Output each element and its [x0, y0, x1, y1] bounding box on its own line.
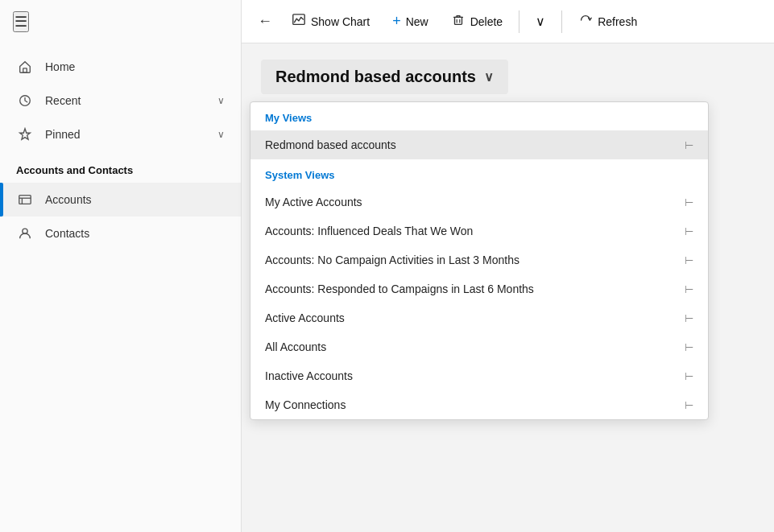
sidebar-item-home[interactable]: Home	[0, 50, 241, 84]
view-selector-caret-icon: ∨	[484, 69, 494, 85]
svg-rect-0	[23, 68, 27, 72]
sidebar-item-accounts-label: Accounts	[45, 193, 225, 206]
pin-icon-5: ⊢	[685, 341, 693, 353]
sidebar-item-home-label: Home	[45, 60, 225, 73]
accounts-icon	[16, 191, 34, 208]
pin-icon-2: ⊢	[685, 254, 693, 266]
dropdown-item-5[interactable]: All Accounts ⊢	[250, 332, 708, 361]
delete-label: Delete	[470, 15, 503, 28]
show-chart-button[interactable]: Show Chart	[282, 8, 379, 35]
sidebar-nav: Home Recent ∨ Pinned ∨ Accounts	[0, 43, 241, 257]
dropdown-item-label-3: Accounts: Responded to Campaigns in Last…	[265, 282, 534, 295]
dropdown-item-label-2: Accounts: No Campaign Activities in Last…	[265, 254, 519, 266]
sidebar-item-recent-label: Recent	[45, 94, 217, 107]
sidebar-item-pinned[interactable]: Pinned ∨	[0, 118, 241, 151]
back-button[interactable]: ←	[251, 8, 279, 35]
dropdown-selected-view[interactable]: Redmond based accounts ⊢	[250, 130, 708, 159]
sidebar-item-contacts-label: Contacts	[45, 227, 225, 240]
dropdown-item-0[interactable]: My Active Accounts ⊢	[250, 188, 708, 217]
pin-icon-3: ⊢	[685, 283, 693, 295]
dropdown-item-label-4: Active Accounts	[265, 311, 345, 324]
hamburger-button[interactable]: ☰	[13, 11, 29, 32]
dropdown-item-6[interactable]: Inactive Accounts ⊢	[250, 361, 708, 390]
home-icon	[16, 58, 34, 76]
pin-icon-4: ⊢	[685, 312, 693, 324]
pin-icon	[16, 126, 34, 143]
view-dropdown: My Views Redmond based accounts ⊢ System…	[250, 101, 709, 420]
dropdown-item-7[interactable]: My Connections ⊢	[250, 390, 708, 419]
chevron-down-icon: ∨	[536, 14, 545, 29]
content-area: Redmond based accounts ∨ My Views Redmon…	[242, 43, 774, 532]
contacts-icon	[16, 225, 34, 242]
dropdown-arrow-button[interactable]: ∨	[526, 9, 555, 34]
pin-icon-0: ⊢	[685, 196, 693, 208]
clock-icon	[16, 92, 34, 109]
sidebar-section-title: Accounts and Contacts	[0, 151, 241, 183]
show-chart-label: Show Chart	[311, 15, 370, 28]
view-title: Redmond based accounts	[275, 68, 476, 86]
pin-icon-1: ⊢	[685, 225, 693, 237]
active-bar	[0, 183, 3, 217]
svg-rect-2	[19, 196, 31, 204]
svg-rect-7	[454, 17, 462, 24]
main-area: ← Show Chart + New	[242, 0, 774, 532]
pinned-chevron-icon: ∨	[217, 129, 225, 140]
sidebar: ☰ Home Recent ∨	[0, 0, 242, 532]
sidebar-item-contacts[interactable]: Contacts	[0, 217, 241, 250]
dropdown-item-label-7: My Connections	[265, 398, 346, 411]
recent-chevron-icon: ∨	[217, 95, 225, 106]
pin-icon-7: ⊢	[685, 399, 693, 411]
dropdown-item-label-0: My Active Accounts	[265, 196, 362, 208]
delete-button[interactable]: Delete	[441, 8, 512, 35]
dropdown-item-label-1: Accounts: Influenced Deals That We Won	[265, 225, 473, 237]
dropdown-item-1[interactable]: Accounts: Influenced Deals That We Won ⊢	[250, 217, 708, 245]
toolbar: ← Show Chart + New	[242, 0, 774, 43]
chart-icon	[292, 13, 306, 31]
dropdown-item-4[interactable]: Active Accounts ⊢	[250, 303, 708, 332]
pin-selected-icon: ⊢	[685, 139, 693, 151]
new-plus-icon: +	[392, 13, 401, 30]
sidebar-item-recent[interactable]: Recent ∨	[0, 84, 241, 118]
sidebar-header: ☰	[0, 0, 241, 43]
pin-icon-6: ⊢	[685, 370, 693, 382]
toolbar-separator	[519, 10, 519, 33]
refresh-label: Refresh	[598, 15, 637, 28]
delete-trash-icon	[451, 13, 466, 31]
dropdown-item-label-5: All Accounts	[265, 340, 326, 353]
view-selector-button[interactable]: Redmond based accounts ∨	[261, 60, 508, 94]
refresh-icon	[578, 13, 593, 31]
selected-view-label: Redmond based accounts	[265, 138, 396, 151]
dropdown-item-label-6: Inactive Accounts	[265, 369, 353, 382]
dropdown-item-3[interactable]: Accounts: Responded to Campaigns in Last…	[250, 274, 708, 303]
new-button[interactable]: + New	[383, 8, 438, 35]
toolbar-separator-2	[561, 10, 562, 33]
new-label: New	[406, 15, 428, 28]
sidebar-item-pinned-label: Pinned	[45, 128, 217, 141]
system-views-label: System Views	[250, 159, 708, 188]
refresh-button[interactable]: Refresh	[569, 8, 647, 35]
my-views-label: My Views	[250, 102, 708, 130]
sidebar-item-accounts[interactable]: Accounts	[0, 183, 241, 217]
dropdown-item-2[interactable]: Accounts: No Campaign Activities in Last…	[250, 245, 708, 274]
